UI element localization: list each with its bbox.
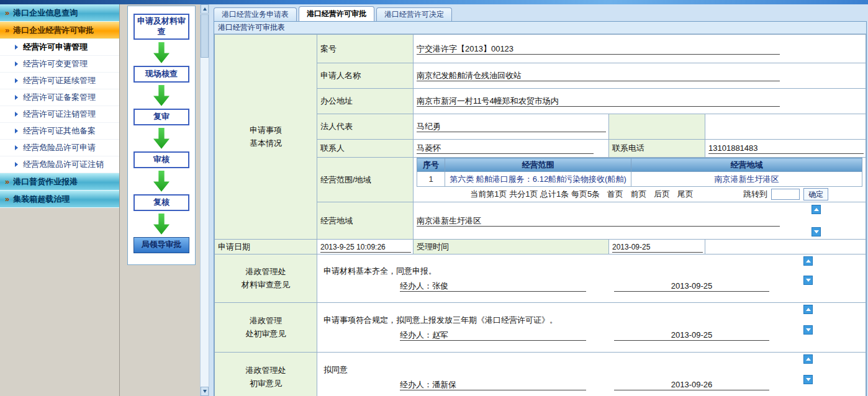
flow-step-audit[interactable]: 审核: [133, 151, 189, 168]
sidebar-item-label: 港口企业信息查询: [13, 7, 78, 19]
material-review-opinion-label: 港政管理处 材料审查意见: [215, 254, 317, 303]
scroll-up-button[interactable]: [803, 256, 813, 266]
sidebar-item-label: 经营危险品许可申请: [23, 142, 96, 153]
scope-row-area: 南京港新生圩港区: [631, 172, 862, 187]
approval-form-table: 申请事项 基本情况 案号 宁交港许字【2013】00123 申请人名称 南京纪发…: [214, 34, 866, 396]
form-title: 港口经营许可审批表: [214, 22, 866, 34]
opinion-box: 申请事项符合规定，拟同意上报发放三年期《港口经营许可证》。 经办人：赵军 201…: [320, 313, 862, 342]
office-address-label: 办公地址: [317, 89, 414, 114]
empty-green-cell: [609, 114, 705, 140]
pagination-last-link[interactable]: 尾页: [677, 189, 694, 199]
tab-license-approval[interactable]: 港口经营许可审批: [299, 6, 374, 21]
pagination-summary: 当前第1页 共分1页 总计1条 每页5条: [470, 189, 600, 199]
flow-step-site-check[interactable]: 现场核查: [133, 66, 189, 83]
scroll-down-button[interactable]: [803, 325, 813, 335]
tab-strip: 港口经营业务申请表 港口经营许可审批 港口经营许可决定: [209, 4, 868, 21]
case-no-cell: 宁交港许字【2013】00123: [414, 35, 866, 63]
pagination-prev-link[interactable]: 前页: [630, 189, 646, 199]
opinion-text: 拟同意: [320, 363, 862, 377]
first-review-opinion-cell: 拟同意 经办人：潘新保 2013-09-26: [317, 353, 866, 396]
opinion-text: 申请事项符合规定，拟同意上报发放三年期《港口经营许可证》。: [320, 313, 862, 327]
double-arrow-icon: »: [5, 26, 9, 34]
triangle-down-icon: [806, 279, 811, 282]
preliminary-opinion-label: 港政管理 处初审意见: [215, 303, 317, 353]
apply-date-value: 2013-9-25 10:09:26: [320, 241, 411, 253]
sidebar-item-dangerous-goods-license-cancel[interactable]: 经营危险品许可证注销: [0, 156, 119, 173]
sidebar-item-license-cancel-mgmt[interactable]: 经营许可证注销管理: [0, 106, 119, 123]
scope-table-row[interactable]: 1 第六类 船舶港口服务：6.12船舶污染物接收(船舶) 南京港新生圩港区: [417, 172, 862, 187]
sidebar-item-license-renewal-mgmt[interactable]: 经营许可证延续管理: [0, 73, 119, 89]
applicant-cell: 南京纪发船舶清仓残油回收站: [414, 63, 866, 89]
sidebar-item-port-enterprise-license-approval[interactable]: » 港口企业经营许可审批: [0, 22, 119, 39]
arrow-right-icon: [15, 95, 18, 100]
sidebar-item-license-filing-mgmt[interactable]: 经营许可证备案管理: [0, 89, 119, 106]
scroll-down-button[interactable]: [803, 375, 813, 384]
sidebar-item-label: 经营危险品许可证注销: [23, 159, 104, 170]
sidebar-item-license-change-mgmt[interactable]: 经营许可变更管理: [0, 56, 119, 73]
arrow-right-icon: [15, 45, 18, 50]
tab-business-application-form[interactable]: 港口经营业务申请表: [214, 7, 297, 21]
sidebar-item-container-overload-control[interactable]: » 集装箱超载治理: [0, 191, 119, 208]
triangle-down-icon: [806, 328, 811, 331]
flow-step-recheck[interactable]: 复审: [133, 109, 189, 125]
flow-step-application-review[interactable]: 申请及材料审查: [133, 14, 189, 40]
scrollbar-track[interactable]: [201, 14, 209, 387]
scroll-up-button[interactable]: [803, 305, 813, 314]
sidebar-item-license-other-filing[interactable]: 经营许可证其他备案: [0, 123, 119, 140]
scroll-down-button[interactable]: [803, 276, 813, 285]
sidebar-item-label: 集装箱超载治理: [13, 194, 70, 205]
scope-table: 序号 经营范围 经营地域 1 第六类 船舶港口服务：6.12船舶污染物接收(船舶…: [417, 158, 862, 187]
scroll-up-button[interactable]: [811, 205, 821, 214]
sidebar-nav: » 港口企业信息查询 » 港口企业经营许可审批 经营许可申请管理 经营许可变更管…: [0, 4, 120, 396]
sidebar-item-label: 经营许可申请管理: [23, 42, 88, 53]
pagination-links: 当前第1页 共分1页 总计1条 每页5条 首页 前页 后页 尾页: [420, 189, 743, 200]
jump-to-label: 跳转到: [743, 189, 767, 200]
scope-col-scope: 经营范围: [445, 158, 631, 172]
pagination-next-link[interactable]: 后页: [654, 189, 670, 199]
applicant-label: 申请人名称: [317, 63, 414, 89]
sidebar-item-dangerous-goods-license-apply[interactable]: 经营危险品许可申请: [0, 140, 119, 156]
tab-license-decision[interactable]: 港口经营许可决定: [376, 7, 452, 21]
pagination-first-link[interactable]: 首页: [607, 189, 623, 199]
empty-cell: [705, 240, 866, 254]
jump-page-input[interactable]: [771, 189, 800, 200]
legal-rep-label: 法人代表: [317, 114, 414, 140]
pagination-bar: 当前第1页 共分1页 总计1条 每页5条 首页 前页 后页 尾页 跳转到 确定: [417, 187, 862, 202]
preliminary-opinion-cell: 申请事项符合规定，拟同意上报发放三年期《港口经营许可证》。 经办人：赵军 201…: [317, 303, 866, 353]
triangle-up-icon: [814, 208, 819, 211]
scope-col-no: 序号: [417, 158, 445, 172]
row-preliminary-opinion: 港政管理 处初审意见 申请事项符合规定，拟同意上报发放三年期《港口经营许可证》。…: [215, 303, 866, 353]
business-area-label: 经营地域: [317, 202, 414, 240]
row-material-review-opinion: 港政管理处 材料审查意见 申请材料基本齐全，同意申报。 经办人：张俊 2013-…: [215, 254, 866, 303]
office-address-value: 南京市新河一村11号4幢郑和农贸市场内: [417, 96, 780, 107]
sidebar-item-port-cargo-report[interactable]: » 港口普货作业报港: [0, 173, 119, 191]
flow-step-review[interactable]: 复核: [133, 194, 189, 211]
double-arrow-icon: »: [5, 178, 9, 186]
sidebar-item-port-enterprise-info-query[interactable]: » 港口企业信息查询: [0, 4, 119, 22]
scroll-down-button[interactable]: [811, 227, 821, 236]
flow-step-leader-approval[interactable]: 局领导审批: [133, 237, 189, 253]
approval-form-frame: 港口经营许可审批表 申请事项 基本情况 案号 宁交港许字【2013】00123 …: [214, 21, 867, 396]
jump-confirm-button[interactable]: 确定: [803, 188, 828, 200]
sidebar-item-label: 经营许可证延续管理: [23, 75, 96, 86]
scroll-down-button[interactable]: [201, 387, 209, 396]
down-arrow-icon: [153, 128, 170, 149]
accept-date-label: 受理时间: [414, 240, 609, 254]
sidebar-item-license-apply-mgmt[interactable]: 经营许可申请管理: [0, 39, 119, 56]
contact-cell: 马菱怀: [414, 140, 609, 158]
arrow-right-icon: [15, 145, 18, 150]
arrow-right-icon: [15, 112, 18, 117]
accept-date-value: 2013-09-25: [612, 241, 703, 253]
scroll-up-button[interactable]: [803, 354, 813, 364]
handler-date: 2013-09-25: [614, 281, 769, 292]
triangle-down-icon: [806, 378, 811, 381]
scope-row-no: 1: [417, 172, 445, 187]
double-arrow-icon: »: [5, 9, 9, 17]
apply-date-cell: 2013-9-25 10:09:26: [317, 240, 414, 254]
main-vertical-scrollbar[interactable]: [200, 4, 209, 396]
top-title-bar: [0, 0, 868, 4]
scroll-up-button[interactable]: [201, 4, 209, 14]
down-arrow-icon: [153, 85, 170, 106]
scrollbar-thumb[interactable]: [201, 14, 209, 58]
workflow-panel: 申请及材料审查 现场核查 复审 审核 复核 局领导审批: [127, 6, 196, 265]
